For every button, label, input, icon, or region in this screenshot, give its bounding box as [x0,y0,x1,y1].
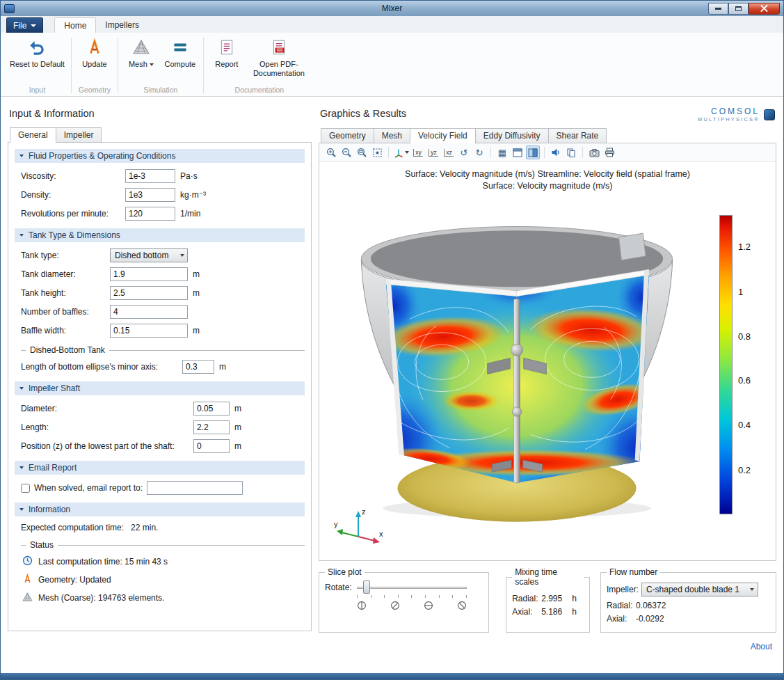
dropdown-button[interactable] [177,249,187,262]
number-of-baffles-input[interactable] [110,305,188,319]
dropdown-button[interactable] [747,583,758,596]
slider-track[interactable] [357,587,467,589]
titlebar[interactable]: Mixer [1,1,783,16]
slider-thumb[interactable] [363,580,370,594]
update-geometry-button[interactable]: Update [76,35,113,69]
shaft-position-input[interactable] [193,439,230,453]
number-of-baffles-label: Number of baffles: [21,307,110,317]
email-checkbox-label: When solved, email report to: [34,483,143,493]
tab-impeller-label: Impeller [64,130,94,140]
field-row: Tank height: m [21,286,305,300]
ribbon-separator [118,38,118,93]
colorbar [719,215,733,514]
field-row: Position (z) of the lowest part of the s… [21,439,305,453]
colorbar-tick: 0.4 [738,420,751,430]
ribbon-tab-home[interactable]: Home [54,17,96,33]
tab-general[interactable]: General [10,127,56,143]
mesh-status-icon [22,592,33,604]
graphics-panel: Graphics & Results COMSOL MULTIPHYSICS® … [319,105,776,673]
tab-eddy-diffusivity[interactable]: Eddy Diffusivity [475,128,549,143]
density-input[interactable] [125,188,175,202]
minor-axis-input[interactable] [182,360,214,374]
shaft-length-input[interactable] [193,420,230,434]
rpm-input[interactable] [125,207,175,221]
compute-button[interactable]: Compute [161,35,199,69]
input-form: Fluid Properties & Operating Conditions … [8,142,312,631]
rpm-unit: 1/min [180,209,200,219]
axis-triad: y z x [333,507,385,549]
minimize-button[interactable] [708,3,728,15]
sound-button[interactable] [549,145,563,159]
mesh-button[interactable]: Mesh [122,35,160,69]
impeller-dropdown[interactable]: C-shaped double blade 1 [641,583,758,596]
section-email-report[interactable]: Email Report [15,461,305,475]
flow-number-legend: Flow number [607,567,660,577]
compute-label: Compute [165,60,196,69]
print-button[interactable] [602,145,616,159]
tab-shear-rate-label: Shear Rate [557,131,599,141]
file-menu-button[interactable]: File [6,17,43,33]
mesh-icon [132,37,150,58]
ribbon-tab-impellers[interactable]: Impellers [96,17,148,33]
grid-button[interactable]: ▦ [495,145,509,159]
report-button[interactable]: Report [208,35,246,69]
graphics-canvas[interactable]: Surface: Velocity magnitude (m/s) Stream… [319,162,776,560]
shaft-diameter-input[interactable] [193,402,230,416]
snapshot-button[interactable] [587,145,601,159]
ribbon-group-geometry-label: Geometry [76,84,113,96]
plot-docked-button[interactable] [526,145,540,159]
ribbon-separator [203,38,204,93]
flow-axial-label: Axial: [607,614,636,624]
mesh-button-label: Mesh [129,60,147,69]
view-yz-button[interactable]: yz [426,145,440,159]
tab-mesh[interactable]: Mesh [374,128,410,143]
tank-type-dropdown[interactable]: Dished bottom [110,248,188,262]
subsection-dished-bottom-tank: Dished-Bottom Tank [21,345,305,355]
viscosity-input[interactable] [125,169,175,183]
open-pdf-documentation-button[interactable]: Open PDF-Documentation [247,35,311,78]
viscosity-label: Viscosity: [21,171,125,181]
rotate-counterclockwise-button[interactable]: ↺ [457,145,471,159]
zoom-out-button[interactable] [339,145,353,159]
tab-impeller[interactable]: Impeller [56,127,102,143]
reset-to-default-button[interactable]: Reset to Default [8,35,67,69]
section-tank[interactable]: Tank Type & Dimensions [15,228,305,242]
rotate-counterclockwise-icon: ↺ [461,148,468,158]
open-pdf-documentation-label: Open PDF-Documentation [249,60,309,78]
tab-geometry[interactable]: Geometry [321,128,374,143]
tab-shear-rate[interactable]: Shear Rate [548,128,607,143]
about-link[interactable]: About [751,642,772,651]
baffle-width-input[interactable] [110,324,188,338]
maximize-button[interactable] [728,3,749,15]
tab-velocity-field[interactable]: Velocity Field [410,128,476,143]
slice-plot-legend: Slice plot [325,567,365,577]
zoom-in-button[interactable] [324,145,338,159]
section-information[interactable]: Information [15,503,305,516]
section-impeller-shaft[interactable]: Impeller Shaft [15,381,305,395]
window-title: Mixer [1,3,783,13]
close-button[interactable] [749,3,780,15]
shaft-length-label: Length: [21,422,193,432]
copy-image-button[interactable] [564,145,578,159]
expected-time-label: Expected computation time: [21,523,124,532]
plot-in-window-button[interactable] [511,145,525,159]
email-input[interactable] [147,481,243,495]
view-yz-icon: yz [429,149,438,157]
default-3d-view-button[interactable] [393,145,410,159]
view-xy-button[interactable]: xy [411,145,425,159]
email-checkbox[interactable] [21,484,30,493]
zoom-box-button[interactable] [355,145,369,159]
view-xz-button[interactable]: xz [442,145,456,159]
rotate-slider[interactable] [357,580,467,594]
view-xz-icon: xz [444,149,454,157]
tank-diameter-input[interactable] [110,267,188,281]
shaft-diameter-label: Diameter: [21,404,193,413]
rotate-clockwise-button[interactable]: ↻ [472,145,486,159]
section-fluid-properties[interactable]: Fluid Properties & Operating Conditions [15,149,305,163]
rotate-clockwise-icon: ↻ [476,148,483,158]
pdf-icon [270,37,288,58]
shaft-diameter-unit: m [234,404,241,413]
zoom-extents-button[interactable] [370,145,384,159]
tank-height-input[interactable] [110,286,188,300]
ribbon-group-input-label: Input [8,84,67,96]
